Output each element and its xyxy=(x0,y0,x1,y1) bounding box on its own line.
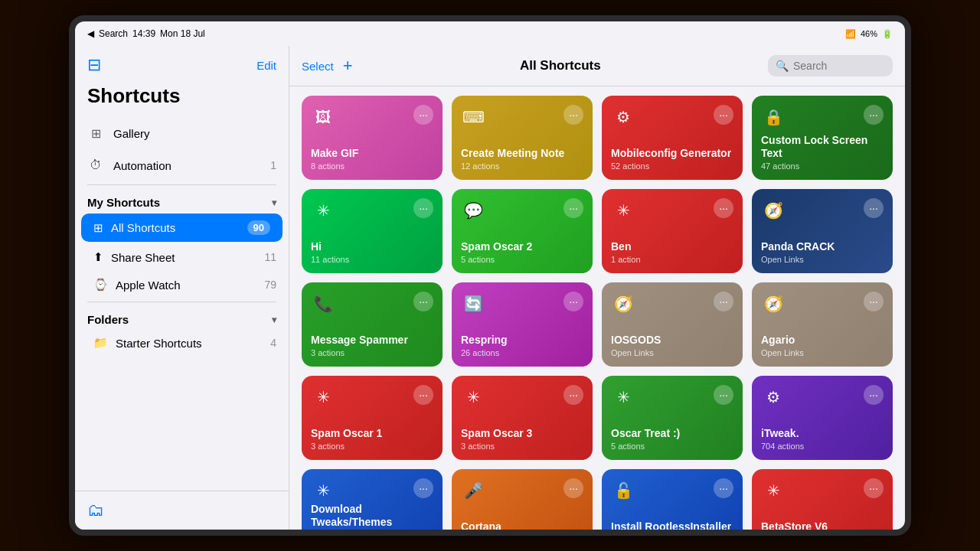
card-title: Agario xyxy=(761,334,884,347)
back-label[interactable]: Search xyxy=(99,28,128,39)
divider-2 xyxy=(87,302,276,302)
apple-watch-label: Apple Watch xyxy=(116,279,181,292)
apple-watch-left: ⌚ Apple Watch xyxy=(93,278,181,292)
select-button[interactable]: Select xyxy=(302,60,334,73)
shortcut-card-respring[interactable]: 🔄 ··· Respring 26 actions xyxy=(452,282,593,367)
card-more-button[interactable]: ··· xyxy=(864,478,884,498)
card-more-button[interactable]: ··· xyxy=(714,198,733,218)
card-top: 🧭 ··· xyxy=(611,292,733,316)
shortcut-card-spam-oscar1[interactable]: ✳ ··· Spam Oscar 1 3 actions xyxy=(302,376,443,460)
card-subtitle: 704 actions xyxy=(761,442,884,451)
shortcut-card-install-rootless[interactable]: 🔓 ··· Install RootlessInstaller 2 action… xyxy=(602,469,743,530)
card-more-button[interactable]: ··· xyxy=(564,105,583,125)
all-shortcuts-item[interactable]: ⊞ All Shortcuts 90 xyxy=(81,214,283,242)
share-sheet-item[interactable]: ⬆ Share Sheet 11 xyxy=(75,243,289,271)
status-bar: ◀ Search 14:39 Mon 18 Jul 📶 46% 🔋 xyxy=(75,21,905,46)
card-more-button[interactable]: ··· xyxy=(714,385,733,405)
card-top: ✳ ··· xyxy=(611,198,733,223)
card-bottom: Panda CRACK Open Links xyxy=(761,240,884,264)
card-subtitle: 3 actions xyxy=(311,348,433,357)
card-more-button[interactable]: ··· xyxy=(564,292,583,311)
shortcut-card-agario[interactable]: 🧭 ··· Agario Open Links xyxy=(752,282,893,367)
shortcut-card-ben[interactable]: ✳ ··· Ben 1 action xyxy=(602,189,743,273)
shortcut-card-cortana[interactable]: 🎤 ··· Cortana 1 action xyxy=(452,469,593,530)
card-subtitle: 12 actions xyxy=(461,161,583,171)
card-icon: ✳ xyxy=(461,385,485,409)
card-icon: ✳ xyxy=(311,198,335,223)
shortcut-card-download-tweaks[interactable]: ✳ ··· Download Tweaks/Themes Rootless JB… xyxy=(302,469,443,530)
card-icon: ✳ xyxy=(611,385,635,409)
card-title: IOSGODS xyxy=(611,334,733,347)
card-top: ✳ ··· xyxy=(311,198,433,223)
main-title: All Shortcuts xyxy=(520,58,601,73)
card-subtitle: 1 action xyxy=(611,255,733,264)
card-subtitle: Open Links xyxy=(611,348,733,357)
search-input[interactable] xyxy=(793,60,885,72)
status-right: 📶 46% 🔋 xyxy=(845,29,893,39)
card-more-button[interactable]: ··· xyxy=(413,198,433,218)
share-sheet-icon: ⬆ xyxy=(93,250,103,264)
shortcut-card-betastore[interactable]: ✳ ··· BetaStore V6 237 actions xyxy=(752,469,893,530)
shortcut-card-mobileconfig[interactable]: ⚙ ··· Mobileconfig Generator 52 actions xyxy=(602,96,743,180)
shortcut-card-oscar-treat[interactable]: ✳ ··· Oscar Treat :) 5 actions xyxy=(602,376,743,460)
add-button[interactable]: + xyxy=(343,56,353,76)
card-bottom: IOSGODS Open Links xyxy=(611,334,733,357)
time: 14:39 xyxy=(132,28,155,39)
card-bottom: Make GIF 8 actions xyxy=(311,147,433,171)
card-more-button[interactable]: ··· xyxy=(864,105,884,125)
edit-button[interactable]: Edit xyxy=(256,59,276,72)
card-more-button[interactable]: ··· xyxy=(564,198,583,218)
shortcut-card-create-meeting[interactable]: ⌨ ··· Create Meeting Note 12 actions xyxy=(452,96,593,180)
card-more-button[interactable]: ··· xyxy=(413,292,433,311)
bottom-folder-icon[interactable]: 🗂 xyxy=(87,500,104,520)
sidebar-item-automation[interactable]: ⏱ Automation 1 xyxy=(75,149,289,181)
card-more-button[interactable]: ··· xyxy=(714,478,733,498)
starter-shortcuts-item[interactable]: 📁 Starter Shortcuts 4 xyxy=(75,329,289,357)
card-more-button[interactable]: ··· xyxy=(864,198,884,218)
shortcut-card-itweak[interactable]: ⚙ ··· iTweak. 704 actions xyxy=(752,376,893,460)
card-title: Install RootlessInstaller xyxy=(611,520,733,530)
card-icon: 🔓 xyxy=(611,478,635,503)
card-more-button[interactable]: ··· xyxy=(864,292,884,311)
shortcut-card-make-gif[interactable]: 🖼 ··· Make GIF 8 actions xyxy=(302,96,443,180)
app-container: ⊟ Edit Shortcuts ⊞ Gallery ⏱ Automation … xyxy=(75,46,905,530)
sidebar-item-gallery[interactable]: ⊞ Gallery xyxy=(75,117,289,149)
card-more-button[interactable]: ··· xyxy=(714,292,733,311)
card-icon: 🧭 xyxy=(611,292,635,316)
shortcut-card-panda-crack[interactable]: 🧭 ··· Panda CRACK Open Links xyxy=(752,189,893,273)
card-icon: 🔄 xyxy=(461,292,485,316)
card-more-button[interactable]: ··· xyxy=(564,478,583,498)
card-icon: 💬 xyxy=(461,198,485,223)
card-icon: 🧭 xyxy=(761,292,786,316)
card-icon: 📞 xyxy=(311,292,335,316)
card-title: Panda CRACK xyxy=(761,240,884,253)
card-more-button[interactable]: ··· xyxy=(564,385,583,405)
card-icon: ✳ xyxy=(311,478,335,503)
wifi-icon: 📶 xyxy=(845,29,856,39)
back-arrow[interactable]: ◀ xyxy=(87,28,94,39)
shortcut-card-hi[interactable]: ✳ ··· Hi 11 actions xyxy=(302,189,443,273)
shortcut-card-spam-oscar3[interactable]: ✳ ··· Spam Oscar 3 3 actions xyxy=(452,376,593,460)
shortcut-card-iosgods[interactable]: 🧭 ··· IOSGODS Open Links xyxy=(602,282,743,367)
header-left: Select + xyxy=(302,56,353,76)
card-bottom: Respring 26 actions xyxy=(461,334,583,357)
shortcut-card-spam-oscar2[interactable]: 💬 ··· Spam Oscar 2 5 actions xyxy=(452,189,593,273)
apple-watch-item[interactable]: ⌚ Apple Watch 79 xyxy=(75,271,289,298)
apple-watch-count: 79 xyxy=(264,279,276,291)
card-subtitle: 5 actions xyxy=(461,255,583,264)
card-more-button[interactable]: ··· xyxy=(413,385,433,405)
card-more-button[interactable]: ··· xyxy=(864,385,884,405)
card-subtitle: 3 actions xyxy=(461,442,583,451)
folders-header[interactable]: Folders ▾ xyxy=(75,305,289,329)
card-more-button[interactable]: ··· xyxy=(413,105,433,125)
shortcut-card-custom-lock[interactable]: 🔒 ··· Custom Lock Screen Text 47 actions xyxy=(752,96,893,180)
gallery-label: Gallery xyxy=(113,127,150,140)
card-more-button[interactable]: ··· xyxy=(413,478,433,498)
sidebar-toggle-button[interactable]: ⊟ xyxy=(87,55,101,75)
my-shortcuts-header[interactable]: My Shortcuts ▾ xyxy=(75,188,289,212)
card-icon: 🧭 xyxy=(761,198,786,223)
gallery-icon: ⊞ xyxy=(87,125,104,142)
search-bar[interactable]: 🔍 xyxy=(768,55,893,77)
shortcut-card-message-spammer[interactable]: 📞 ··· Message Spammer 3 actions xyxy=(302,282,443,367)
card-more-button[interactable]: ··· xyxy=(714,105,733,125)
